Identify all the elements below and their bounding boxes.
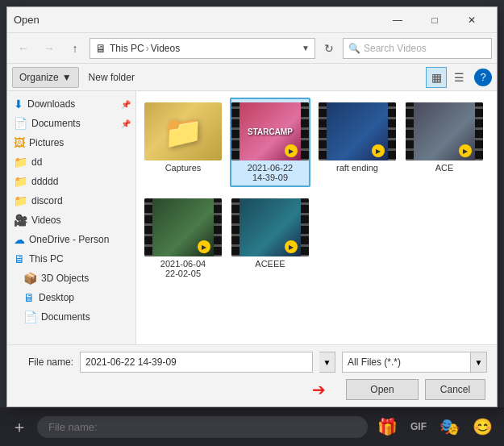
- sidebar-item-ddddd[interactable]: 📁 ddddd: [7, 172, 135, 191]
- onedrive-icon: ☁: [14, 233, 25, 246]
- video-thumb-ace: ▶: [406, 102, 483, 160]
- up-button[interactable]: ↑: [64, 37, 86, 60]
- film-strip-right: [388, 102, 396, 160]
- taskbar-emoji-icon[interactable]: 😊: [469, 414, 496, 440]
- taskbar-gift-icon[interactable]: 🎁: [374, 414, 401, 440]
- cancel-button[interactable]: Cancel: [425, 379, 485, 400]
- sidebar-item-discord[interactable]: 📁 discord: [7, 191, 135, 210]
- file-item-raft-ending[interactable]: ▶ raft ending: [317, 98, 398, 187]
- sidebar-item-pictures[interactable]: 🖼 Pictures: [7, 133, 135, 152]
- thispc-icon: 🖥: [14, 252, 25, 265]
- folder-icon: 📁: [163, 113, 203, 151]
- view-large-icons-button[interactable]: ▦: [426, 67, 447, 88]
- captures-thumbnail: 📁: [144, 102, 222, 160]
- taskbar-gif-icon[interactable]: GIF: [407, 418, 430, 436]
- path-chevron-icon[interactable]: ▼: [302, 44, 310, 52]
- sidebar-item-documents[interactable]: 📄 Documents 📌: [7, 114, 135, 133]
- video-thumb-raft-ending: ▶: [319, 102, 396, 160]
- organize-button[interactable]: Organize ▼: [12, 67, 79, 88]
- path-computer-icon: 🖥: [95, 42, 106, 55]
- file-item-2021-06-04[interactable]: ▶ 2021-06-0422-02-05: [143, 194, 223, 283]
- captures-label: Captures: [165, 163, 202, 173]
- sidebar-item-onedrive[interactable]: ☁ OneDrive - Person: [7, 230, 135, 249]
- filename-label: File name:: [17, 356, 73, 368]
- play-icon: ▶: [198, 240, 210, 253]
- video-thumb-2021-06-22: STARCAMP ▶: [231, 102, 309, 160]
- address-path[interactable]: 🖥 This PC › Videos ▼: [90, 38, 315, 59]
- sidebar-item-downloads[interactable]: ⬇ Downloads 📌: [7, 94, 135, 114]
- title-bar-buttons: — □ ✕: [379, 7, 490, 33]
- file-label-aceee: ACEEE: [255, 259, 285, 269]
- sidebar-item-documents2[interactable]: 📄 Documents: [7, 307, 135, 327]
- folder-dd-icon: 📁: [14, 156, 27, 169]
- filename-input[interactable]: [80, 352, 313, 373]
- filename-row: File name: ▼ All Files (*.*) ▼: [17, 352, 487, 373]
- folder-discord-icon: 📁: [14, 194, 27, 207]
- filetype-wrapper: All Files (*.*) ▼: [342, 352, 487, 373]
- sidebar-item-thispc[interactable]: 🖥 This PC: [7, 249, 135, 269]
- sidebar-item-3dobjects[interactable]: 📦 3D Objects: [7, 269, 135, 288]
- path-part-videos[interactable]: Videos: [151, 43, 180, 54]
- taskbar: ＋ 🎁 GIF 🎭 😊: [0, 407, 504, 446]
- open-dialog: Open — □ ✕ ← → ↑ 🖥 This PC › Videos ▼ ↻: [6, 6, 498, 407]
- sidebar-item-dd[interactable]: 📁 dd: [7, 152, 135, 172]
- forward-button[interactable]: →: [38, 37, 60, 60]
- pictures-icon: 🖼: [14, 136, 25, 149]
- film-strip-right: [214, 198, 222, 256]
- path-part-thispc[interactable]: This PC: [110, 43, 144, 54]
- film-strip-left: [144, 198, 152, 256]
- organize-label: Organize: [19, 72, 59, 83]
- arrow-indicator: ➔: [312, 380, 326, 399]
- taskbar-sticker-icon[interactable]: 🎭: [436, 414, 463, 440]
- desktop-icon: 🖥: [23, 291, 35, 304]
- documents2-icon: 📄: [23, 311, 37, 323]
- close-button[interactable]: ✕: [453, 7, 490, 33]
- file-item-2021-06-22[interactable]: STARCAMP ▶ 2021-06-2214-39-09: [230, 98, 310, 187]
- file-label-ace: ACE: [435, 163, 454, 173]
- open-button[interactable]: Open: [346, 379, 419, 400]
- search-icon: 🔍: [348, 43, 360, 54]
- filename-dropdown-button[interactable]: ▼: [319, 352, 335, 373]
- film-strip-right: [475, 102, 483, 160]
- film-strip-left: [231, 102, 240, 160]
- toolbar: Organize ▼ New folder ▦ ☰ ?: [7, 64, 497, 91]
- file-item-ace[interactable]: ▶ ACE: [404, 98, 485, 187]
- sidebar-item-videos[interactable]: 🎥 Videos: [7, 210, 135, 230]
- taskbar-plus-icon[interactable]: ＋: [8, 413, 31, 441]
- film-strip-left: [231, 198, 240, 256]
- help-button[interactable]: ?: [474, 69, 492, 86]
- documents-icon: 📄: [14, 117, 27, 130]
- play-icon: ▶: [372, 144, 385, 157]
- filetype-select[interactable]: All Files (*.*): [342, 352, 471, 373]
- film-strip-left: [406, 102, 414, 160]
- title-bar: Open — □ ✕: [7, 7, 497, 33]
- taskbar-message-input[interactable]: [37, 416, 368, 438]
- search-box[interactable]: 🔍 Search Videos: [343, 38, 492, 59]
- pin-icon-2: 📌: [121, 119, 131, 128]
- folder-ddddd-icon: 📁: [14, 175, 27, 188]
- file-area: 📁 Captures STARCAMP ▶: [136, 91, 497, 344]
- main-content: ⬇ Downloads 📌 📄 Documents 📌 🖼 Pictures 📁…: [7, 91, 497, 344]
- minimize-button[interactable]: —: [379, 7, 416, 33]
- new-folder-button[interactable]: New folder: [84, 67, 140, 88]
- file-label-2021-06-04: 2021-06-0422-02-05: [160, 259, 206, 278]
- film-strip-right: [301, 102, 309, 160]
- sidebar: ⬇ Downloads 📌 📄 Documents 📌 🖼 Pictures 📁…: [7, 91, 136, 344]
- action-row: ➔ Open Cancel: [17, 379, 487, 400]
- file-label-raft-ending: raft ending: [336, 163, 378, 173]
- videos-icon: 🎥: [14, 214, 27, 227]
- dialog-title: Open: [14, 14, 379, 26]
- sidebar-item-desktop[interactable]: 🖥 Desktop: [7, 288, 135, 307]
- maximize-button[interactable]: □: [416, 7, 453, 33]
- organize-chevron-icon: ▼: [62, 72, 72, 83]
- file-grid: 📁 Captures STARCAMP ▶: [143, 98, 490, 283]
- view-details-button[interactable]: ☰: [448, 67, 469, 88]
- path-parts: This PC › Videos: [110, 43, 180, 54]
- refresh-button[interactable]: ↻: [319, 38, 339, 59]
- file-item-aceee[interactable]: ▶ ACEEE: [230, 194, 310, 283]
- file-item-captures[interactable]: 📁 Captures: [143, 98, 223, 187]
- downloads-icon: ⬇: [14, 98, 23, 110]
- play-icon: ▶: [285, 240, 298, 253]
- filetype-dropdown-button[interactable]: ▼: [471, 352, 487, 373]
- back-button[interactable]: ←: [12, 37, 35, 60]
